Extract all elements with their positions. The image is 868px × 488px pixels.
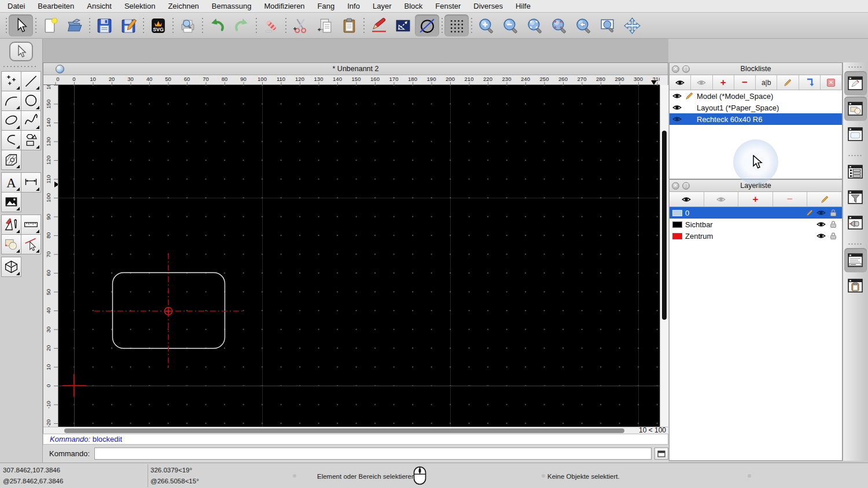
layer-row-zentrum[interactable]: Zentrum: [670, 230, 842, 242]
preview-window-button[interactable]: [844, 122, 867, 146]
close-icon[interactable]: ✕: [672, 65, 679, 73]
zoom-in-button[interactable]: [474, 14, 498, 36]
vertical-scrollbar[interactable]: [660, 85, 668, 427]
draw-pencil-button[interactable]: [366, 14, 391, 36]
add-block-button[interactable]: +: [713, 75, 734, 90]
menu-fenster[interactable]: Fenster: [435, 2, 461, 10]
svg-export-button[interactable]: SVG: [146, 14, 170, 36]
zoom-auto-button[interactable]: [523, 14, 547, 36]
library-window-button[interactable]: [844, 97, 867, 121]
save-button[interactable]: [92, 14, 116, 36]
layer-row-0[interactable]: 0: [670, 207, 842, 219]
block-edit-window-button[interactable]: [844, 71, 867, 95]
visibility-eye-icon[interactable]: [672, 103, 682, 112]
menu-modifizieren[interactable]: Modifizieren: [264, 2, 305, 10]
add-layer-button[interactable]: +: [738, 192, 773, 206]
zoom-selection-button[interactable]: [547, 14, 571, 36]
undo-button[interactable]: [205, 14, 229, 36]
command-options-button[interactable]: [654, 448, 668, 460]
palette-selection-tool[interactable]: [9, 42, 33, 61]
float-icon[interactable]: ❐: [682, 65, 690, 73]
redo-button[interactable]: [229, 14, 253, 36]
menu-zeichnen[interactable]: Zeichnen: [168, 2, 198, 10]
modify-tool[interactable]: [1, 215, 21, 235]
3d-box-tool[interactable]: [1, 257, 21, 277]
spline-tool[interactable]: [21, 110, 41, 131]
horizontal-scrollbar-thumb[interactable]: [64, 428, 624, 433]
construction-mode-button[interactable]: [415, 14, 439, 36]
visibility-eye-icon[interactable]: [816, 208, 826, 217]
visibility-eye-icon[interactable]: [672, 114, 682, 124]
circle-tool[interactable]: [21, 91, 41, 111]
hide-all-layers-button[interactable]: [704, 192, 739, 206]
points-tool[interactable]: [1, 71, 21, 91]
shapes-tool[interactable]: [21, 130, 41, 150]
close-icon[interactable]: ✕: [672, 182, 679, 190]
menu-fang[interactable]: Fang: [318, 2, 335, 10]
angle-restriction-button[interactable]: [391, 14, 415, 36]
visibility-eye-icon[interactable]: [672, 91, 682, 101]
visibility-eye-icon[interactable]: [816, 220, 826, 229]
menu-hilfe[interactable]: Hilfe: [516, 2, 531, 10]
lock-icon[interactable]: [829, 220, 838, 229]
command-input[interactable]: [94, 448, 652, 460]
edit-layer-button[interactable]: [807, 192, 842, 206]
menu-bemassung[interactable]: Bemassung: [212, 2, 252, 10]
open-file-button[interactable]: [62, 14, 87, 36]
line-tool[interactable]: [21, 71, 41, 91]
dimension-tool[interactable]: [21, 172, 41, 193]
save-as-button[interactable]: [116, 14, 141, 36]
layerliste-titlebar[interactable]: ✕ ❐ Layerliste: [670, 180, 842, 192]
menu-diverses[interactable]: Diverses: [473, 2, 503, 10]
selection-arrow-button[interactable]: [9, 14, 33, 36]
menu-ansicht[interactable]: Ansicht: [87, 2, 112, 10]
show-all-blocks-button[interactable]: [670, 75, 691, 90]
copy-button[interactable]: [312, 14, 337, 36]
drawing-window-titlebar[interactable]: * Unbenannt 2: [43, 63, 668, 75]
float-icon[interactable]: ❐: [682, 182, 690, 190]
menu-bearbeiten[interactable]: Bearbeiten: [38, 2, 74, 10]
layer-color-swatch[interactable]: [672, 221, 682, 228]
zoom-window-button[interactable]: [595, 14, 620, 36]
grid-toggle-button[interactable]: [444, 14, 469, 36]
lock-icon[interactable]: [829, 231, 838, 241]
new-document-button[interactable]: [38, 14, 62, 36]
visibility-eye-icon[interactable]: [816, 231, 826, 241]
command-window-button[interactable]: [844, 248, 867, 272]
list-window-button[interactable]: [844, 160, 867, 184]
layer-row-sichtbar[interactable]: Sichtbar: [670, 219, 842, 230]
toolbar-handle[interactable]: [848, 66, 863, 69]
show-all-layers-button[interactable]: [670, 192, 704, 206]
blockliste-titlebar[interactable]: ✕ ❐ Blockliste: [670, 63, 842, 75]
remove-block-button[interactable]: −: [734, 75, 756, 90]
layer-color-swatch[interactable]: [672, 210, 682, 216]
deselect-tool[interactable]: [21, 234, 41, 254]
paste-button[interactable]: [337, 14, 361, 36]
image-tool[interactable]: [1, 192, 21, 212]
blocks-tool[interactable]: [1, 234, 21, 254]
edit-pencil-icon[interactable]: [806, 209, 814, 217]
zoom-out-button[interactable]: [498, 14, 523, 36]
insert-block-button[interactable]: [799, 75, 821, 90]
vertical-scrollbar-thumb[interactable]: [662, 131, 667, 320]
measure-tool[interactable]: [21, 215, 41, 235]
toolbar-handle[interactable]: [3, 17, 9, 34]
menu-layer[interactable]: Layer: [373, 2, 392, 10]
zoom-previous-button[interactable]: [571, 14, 595, 36]
notify-window-button[interactable]: [844, 210, 867, 235]
cut-button[interactable]: [288, 14, 312, 36]
ellipse-tool[interactable]: [1, 110, 21, 131]
drawing-canvas[interactable]: [58, 85, 660, 427]
remove-layer-button[interactable]: −: [773, 192, 808, 206]
pan-button[interactable]: [620, 14, 644, 36]
filter-window-button[interactable]: [844, 185, 867, 209]
clipboard-window-button[interactable]: [844, 273, 867, 298]
block-row-layout1[interactable]: Layout1 (*Paper_Space): [670, 102, 842, 113]
menu-selektion[interactable]: Selektion: [124, 2, 155, 10]
horizontal-scrollbar[interactable]: 10 < 100: [43, 427, 669, 434]
menu-datei[interactable]: Datei: [8, 2, 25, 10]
block-row-rechteck[interactable]: Rechteck 60x40 R6: [670, 113, 842, 125]
hide-all-blocks-button[interactable]: [691, 75, 712, 90]
text-tool[interactable]: A: [1, 172, 21, 193]
delete-block-button[interactable]: ✕: [821, 75, 842, 90]
